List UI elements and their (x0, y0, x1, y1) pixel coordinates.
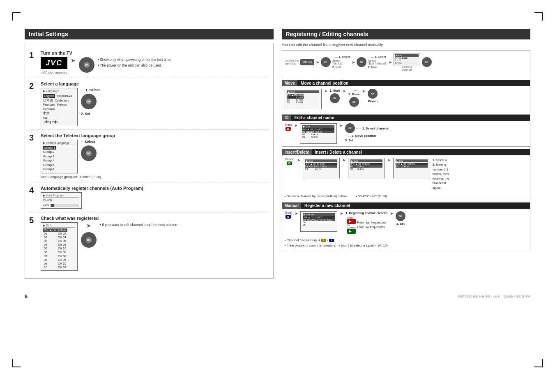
jvc-appears-label: JVC logo appears (41, 71, 67, 74)
right-section-title: Registering / Editing channels (286, 31, 368, 37)
flow-select2: ←— 1. Select (368, 55, 387, 58)
id-arrow1: ➤ (294, 123, 297, 128)
insert-delete-notes: • Delete a channel by press [Yellow] but… (282, 193, 530, 200)
manual-arrow1: ➤ (295, 211, 298, 216)
move-content: ▶ Edit PR ▲IDCH/CC 01CH 02 02CH 04 03CH … (282, 86, 530, 112)
from-high: From high frequencies (357, 221, 386, 225)
step-2-title: Select a language (41, 81, 269, 86)
language-screen-title: ▶ Language (43, 90, 75, 93)
right-section-header: Registering / Editing channels (282, 29, 531, 39)
ok-manual: OK (396, 211, 405, 221)
ok-button-step3: OK (81, 145, 97, 161)
step-5: 5 Check what was registered ▶ Edit PR▲ID… (29, 212, 269, 274)
initial-settings-box: 1 Turn on the TV JVC JVC logo appears ➤ … (25, 43, 274, 279)
move-subsection: Move Move a channel position ▶ Edit PR ▲… (282, 80, 531, 112)
progress-bar-fill (51, 204, 54, 207)
from-low: From low frequencies (357, 225, 386, 230)
manual-arrow3: ➤ (390, 211, 393, 216)
step-2-num: 2 (29, 81, 37, 91)
id-content: (Red) B ➤ ▶ Edit PR ▲ ID CH/CC 01 ■■■■■ … (282, 121, 530, 146)
step-5-num: 5 (29, 216, 37, 225)
id-step2: 2. Move position (352, 134, 376, 138)
step-1-content: Turn on the TV JVC JVC logo appears ➤ OK (41, 51, 269, 74)
flow-arrow1: ➤ (316, 60, 319, 65)
manual-title: Register a new channel (301, 203, 353, 209)
flow-arrow2: ➤ (352, 60, 355, 65)
step-4-content: Automatically register channels (Auto Pr… (41, 186, 269, 209)
insert-delete-title: Insert / Delete a channel (312, 149, 366, 155)
red-button: B (286, 127, 291, 131)
right-intro: You can edit the channel list or registe… (282, 43, 531, 47)
bottom-bar: 6 GGT0312-001A-H-EN.indd 6 5/6/09 4:30:5… (25, 293, 530, 300)
autoprog-screen: ▶ Auto Program CH 09 12% (41, 192, 82, 209)
manual-arrow2: ➤ (340, 211, 343, 216)
corner-mark-br (534, 359, 543, 367)
flow-next2: 2. Next (368, 66, 387, 69)
step-3-content: Select the Teletext language group ▶ Tel… (41, 133, 269, 179)
step-1: 1 Turn on the TV JVC JVC logo appears ➤ … (29, 47, 269, 78)
language-list: English Українська 日本語 Castellano França… (43, 94, 75, 125)
corner-mark-tr (534, 12, 543, 21)
channel-list-screen: ▶ Edit PR▲IDCH/CC 01CH 02 02CH 04 03CH 0… (41, 222, 78, 271)
step-1-arrow: ➤ (71, 57, 76, 64)
step-4-title: Automatically register channels (Auto Pr… (41, 186, 269, 191)
id-step1: 1. Select character (362, 127, 389, 130)
language-screen: ▶ Language English Українська 日本語 Castel… (41, 88, 78, 126)
step-2: 2 Select a language ▶ Language English У… (29, 78, 269, 130)
channel-table: PR▲IDCH/CC 01CH 02 02CH 04 03CH 06 04CH … (43, 228, 67, 269)
ok-button-step2: OK (81, 94, 97, 109)
autoprog-title: ▶ Auto Program (43, 194, 79, 198)
manual-tag: Manual (282, 203, 301, 209)
id-screen: ▶ Edit PR ▲ ID CH/CC 01 ■■■■■ CH xx 02 C… (300, 123, 337, 144)
step-3-note: See "Language group for Teletext" (P. 16… (41, 175, 269, 179)
blue-button: B (286, 215, 291, 219)
progress-bar-container (51, 204, 79, 207)
step-1-title: Turn on the TV (41, 51, 269, 55)
step-5-title: Check what was registered (41, 216, 269, 221)
step-2-action2: 2. Set (81, 112, 90, 116)
red-label: (Red) (347, 217, 356, 219)
insert-delete-content: (Green) G ➤ ▶ Edit PR ▲ ID CH/CC 03 ABCD… (282, 155, 530, 193)
move-arrow1: ➤ (324, 89, 327, 93)
move-header: Move Move a channel position (282, 80, 530, 86)
move-step1: 1. Start (330, 89, 340, 92)
nav-btn-1: OK (321, 57, 331, 67)
freq-green-btn: ▶ (347, 229, 356, 234)
step-2-content: Select a language ▶ Language English Укр… (41, 81, 269, 126)
ok-button-step5: OK (81, 232, 97, 248)
ok-move1: OK (330, 93, 340, 103)
flow-label-setup: Select"Set Up" (332, 59, 350, 65)
step-5-arrow: ➤ (86, 222, 91, 229)
step-2-inner: ▶ Language English Українська 日本語 Castel… (41, 88, 269, 126)
teletext-screen: ▶ Teletext Language Group-1 Group-2Group… (41, 140, 78, 173)
insert-delete-subsection: Insert/Delete Insert / Delete a channel … (282, 149, 531, 200)
id-arrow-move: ←— (345, 134, 351, 137)
corner-mark-tl (12, 12, 21, 21)
id-arrow2: ➤ (339, 123, 343, 128)
ok-id: OK (345, 123, 355, 133)
step-3-num: 3 (29, 133, 37, 143)
teletext-group-list: Group-1 Group-2Group-3Group-4Group-5Grou… (43, 146, 75, 172)
right-column: Registering / Editing channels You can e… (282, 29, 531, 281)
move-arrow2: ➤ (343, 89, 346, 93)
id-title: Edit a channel name (291, 115, 338, 121)
step-1-num: 1 (29, 51, 37, 60)
insert-delete-tag: Insert/Delete (282, 149, 312, 155)
ch-screen-title: ▶ Edit (43, 224, 75, 228)
step-4: 4 Automatically register channels (Auto … (29, 182, 269, 212)
flow-label-edit: Select"Edit / Manual" (368, 59, 387, 65)
manual-color-label: (Blue) (285, 211, 292, 214)
insert-screen2: ▶ Edit PR ▲ ID CH/CC 03 CH xx 04 CH xx (348, 158, 385, 178)
insert-delete-header: Insert/Delete Insert / Delete a channel (282, 149, 530, 155)
menu-icon: MENU (300, 59, 314, 65)
corner-mark-bl (12, 359, 21, 367)
step-3-action: Select (85, 140, 95, 144)
move-screen: ▶ Edit PR ▲IDCH/CC 01CH 02 02CH 04 03CH … (285, 89, 322, 109)
nav-btn-2: OK (357, 57, 366, 67)
registration-flow-box: Display themenu bar MENU ➤ OK ←— 1. Sele… (282, 50, 531, 77)
left-column: Initial Settings 1 Turn on the TV JVC JV… (25, 29, 274, 281)
id-subsection: ID Edit a channel name (Red) B ➤ ▶ Edit … (282, 114, 531, 147)
manual-content: (Blue) B ➤ ▶ Manual PR ▲ ID CH/CC 03 SEE… (282, 209, 530, 236)
insert-arrow3: ➤ (387, 158, 391, 162)
channel-screen-preview: ▶ Edit CH 01 ■■■■ CH 02 CH 03 (394, 53, 420, 65)
